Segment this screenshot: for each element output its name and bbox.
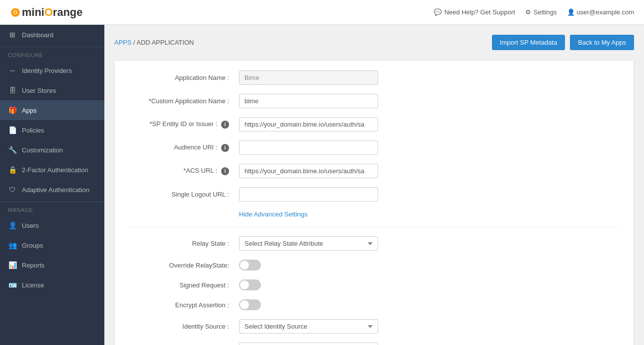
sidebar-2fa-label: 2-Factor Authentication (22, 166, 88, 174)
logo-icon: O (10, 7, 21, 18)
identity-source-select[interactable]: Select Identity Source (239, 319, 378, 334)
adaptive-auth-icon: 🛡 (8, 186, 17, 194)
sidebar-groups-label: Groups (22, 242, 43, 249)
sp-entity-label-text: *SP Entity ID or Issuer : (150, 120, 217, 128)
sidebar-item-users[interactable]: 👤 Users (0, 215, 104, 235)
acs-url-info-icon[interactable]: i (221, 167, 229, 175)
custom-app-name-label: *Custom Application Name : (130, 97, 239, 105)
form-row-custom-app-name: *Custom Application Name : (130, 94, 619, 108)
encrypt-assertion-toggle[interactable] (239, 299, 261, 310)
sp-entity-info-icon[interactable]: i (221, 121, 229, 129)
encrypt-assertion-label: Encrypt Assertion : (130, 301, 239, 309)
logo-text: miniOrange (22, 6, 82, 19)
form-row-single-logout: Single Logout URL : (130, 187, 619, 202)
sidebar-item-dashboard[interactable]: ⊞ Dashboard (0, 25, 104, 45)
form-row-acs-url: *ACS URL : i (130, 164, 619, 178)
app-name-input[interactable] (239, 70, 378, 85)
help-text: Need Help? Get Support (444, 8, 515, 16)
section-divider (130, 227, 619, 227)
settings-text: Settings (534, 8, 557, 16)
breadcrumb: APPS / ADD APPLICATION (114, 39, 194, 46)
reports-icon: 📊 (8, 261, 17, 269)
chat-icon: 💬 (434, 8, 442, 16)
users-icon: 👤 (8, 221, 17, 229)
sidebar-customization-label: Customization (22, 146, 63, 154)
audience-uri-input[interactable] (239, 140, 378, 155)
dashboard-icon: ⊞ (8, 31, 17, 39)
policies-icon: 📄 (8, 126, 17, 134)
logo: O miniOrange (10, 6, 82, 19)
signed-request-toggle[interactable] (239, 279, 261, 290)
user-info[interactable]: 👤 user@example.com (567, 8, 634, 16)
sidebar: ⊞ Dashboard Configure ↔ Identity Provide… (0, 25, 104, 345)
form-row-override-relay: Override RelayState: (130, 260, 619, 271)
acs-url-label-text: *ACS URL : (183, 167, 217, 174)
content-area: APPS / ADD APPLICATION Import SP Metadat… (104, 25, 644, 345)
sidebar-reports-label: Reports (22, 262, 45, 269)
audience-uri-info-icon[interactable]: i (221, 144, 229, 152)
sidebar-item-2fa[interactable]: 🔒 2-Factor Authentication (0, 160, 104, 180)
page-header: APPS / ADD APPLICATION Import SP Metadat… (114, 35, 634, 50)
sp-entity-input[interactable] (239, 117, 378, 132)
sidebar-item-adaptive-auth[interactable]: 🛡 Adaptive Authentication (0, 180, 104, 200)
main-layout: ⊞ Dashboard Configure ↔ Identity Provide… (0, 25, 644, 345)
form-row-app-name: Application Name : (130, 70, 619, 85)
license-icon: 🪪 (8, 281, 17, 289)
audience-uri-label: Audience URI : i (130, 143, 239, 152)
identity-source-label: Identity Source : (130, 323, 239, 330)
sidebar-item-identity-providers[interactable]: ↔ Identity Providers (0, 61, 104, 80)
form-row-relay-state: Relay State : Select Relay State Attribu… (130, 236, 619, 251)
sidebar-adaptive-auth-label: Adaptive Authentication (22, 186, 89, 194)
sidebar-item-customization[interactable]: 🔧 Customization (0, 140, 104, 160)
page-header-buttons: Import SP Metadata Back to My Apps (492, 35, 634, 50)
customization-icon: 🔧 (8, 146, 17, 154)
app-name-label: Application Name : (130, 74, 239, 81)
header-right: 💬 Need Help? Get Support ⚙ Settings 👤 us… (434, 8, 634, 16)
name-id-select[interactable]: E-Mail Address (239, 343, 378, 345)
relay-state-label: Relay State : (130, 240, 239, 247)
breadcrumb-separator: / (132, 39, 137, 46)
breadcrumb-current: ADD APPLICATION (137, 39, 194, 46)
top-header: O miniOrange 💬 Need Help? Get Support ⚙ … (0, 0, 644, 25)
signed-request-slider (239, 279, 261, 290)
sidebar-user-stores-label: User Stores (22, 87, 56, 94)
form-row-audience-uri: Audience URI : i (130, 140, 619, 155)
audience-uri-label-text: Audience URI : (174, 143, 217, 151)
override-relay-slider (239, 260, 261, 271)
acs-url-input[interactable] (239, 164, 378, 178)
back-to-apps-button[interactable]: Back to My Apps (570, 35, 634, 50)
sidebar-policies-label: Policies (22, 127, 44, 134)
relay-state-select[interactable]: Select Relay State Attribute (239, 236, 378, 251)
groups-icon: 👥 (8, 241, 17, 249)
user-stores-icon: 🗄 (8, 86, 17, 94)
sidebar-item-reports[interactable]: 📊 Reports (0, 255, 104, 275)
signed-request-label: Signed Request : (130, 281, 239, 289)
encrypt-assertion-slider (239, 299, 261, 310)
svg-text:O: O (13, 9, 17, 15)
user-icon: 👤 (567, 8, 575, 16)
advanced-settings-toggle[interactable]: Hide Advanced Settings (239, 210, 619, 218)
settings-link[interactable]: ⚙ Settings (525, 8, 557, 16)
breadcrumb-apps-link[interactable]: APPS (114, 39, 132, 46)
help-link[interactable]: 💬 Need Help? Get Support (434, 8, 515, 16)
sidebar-item-apps[interactable]: 🎁 Apps (0, 100, 104, 120)
sidebar-item-groups[interactable]: 👥 Groups (0, 235, 104, 255)
sidebar-item-user-stores[interactable]: 🗄 User Stores (0, 80, 104, 100)
2fa-icon: 🔒 (8, 166, 17, 174)
form-row-encrypt-assertion: Encrypt Assertion : (130, 299, 619, 310)
sidebar-section-configure: Configure (0, 47, 104, 61)
sidebar-item-license[interactable]: 🪪 License (0, 275, 104, 295)
form-card: Application Name : *Custom Application N… (114, 60, 634, 345)
import-sp-metadata-button[interactable]: Import SP Metadata (492, 35, 565, 50)
single-logout-input[interactable] (239, 187, 378, 202)
sidebar-license-label: License (22, 281, 44, 289)
custom-app-name-input[interactable] (239, 94, 378, 108)
form-row-signed-request: Signed Request : (130, 279, 619, 290)
identity-providers-icon: ↔ (8, 67, 17, 74)
sidebar-identity-providers-label: Identity Providers (22, 67, 72, 74)
single-logout-label: Single Logout URL : (130, 191, 239, 198)
sidebar-item-policies[interactable]: 📄 Policies (0, 120, 104, 140)
override-relay-toggle[interactable] (239, 260, 261, 271)
sp-entity-label: *SP Entity ID or Issuer : i (130, 120, 239, 129)
gear-icon: ⚙ (525, 8, 531, 16)
